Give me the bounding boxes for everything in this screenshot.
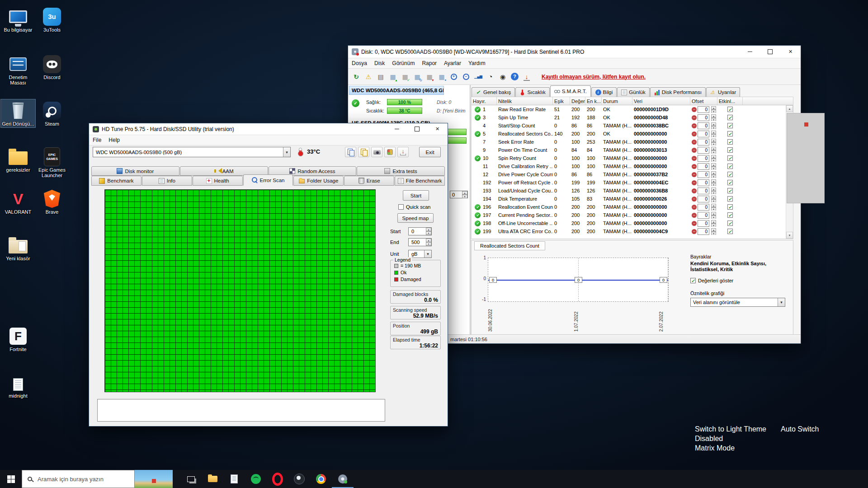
refresh-icon[interactable] xyxy=(351,71,362,82)
offset-value-box[interactable]: 0 xyxy=(698,114,709,121)
hdtune-titlebar[interactable]: HD Tune Pro 5.75 - Hard Disk/SSD Utility… xyxy=(89,123,448,135)
tab-info[interactable]: Bilgi xyxy=(591,87,617,97)
column-header[interactable]: En k... xyxy=(585,97,602,105)
show-values-checkbox[interactable] xyxy=(690,278,696,283)
close-button[interactable] xyxy=(427,123,448,135)
folder[interactable]: gereksizler xyxy=(1,145,35,174)
smart-attribute-row[interactable]: 4 Start/Stop Count 0 86 86 TAMAM (H... 0… xyxy=(472,122,793,130)
auto-switch-text[interactable]: Auto Switch xyxy=(781,425,819,433)
end-field[interactable]: 500 xyxy=(408,238,432,246)
smart-attribute-row[interactable]: 5 Reallocated Sectors Co... 140 200 200 … xyxy=(472,130,793,138)
offset-decrease-icon[interactable] xyxy=(692,188,697,193)
tab-disk-monitor[interactable]: Disk monitor xyxy=(91,166,179,176)
speed-map-button[interactable]: Speed map xyxy=(397,213,434,223)
tab-folder-usage[interactable]: Folder Usage xyxy=(293,176,344,186)
smart-attribute-row[interactable]: 192 Power off Retract Cycle ... 0 199 19… xyxy=(472,178,793,187)
disk-eject-icon[interactable] xyxy=(424,71,435,82)
offset-decrease-icon[interactable] xyxy=(692,229,697,234)
column-header[interactable]: Nitelik xyxy=(497,97,553,105)
offset-spinner[interactable] xyxy=(711,212,716,219)
help-icon[interactable] xyxy=(511,73,519,80)
column-header[interactable]: Durum xyxy=(602,97,632,105)
tab-log[interactable]: Günlük xyxy=(617,87,649,97)
start-scan-button[interactable]: Start xyxy=(403,190,429,201)
copy-icon[interactable] xyxy=(345,147,356,157)
smart-attribute-row[interactable]: 198 Off-Line Uncorrectable ... 0 200 200… xyxy=(472,219,793,227)
enabled-checkbox[interactable] xyxy=(727,115,733,120)
valorant[interactable]: VALORANT xyxy=(1,188,35,216)
offset-decrease-icon[interactable] xyxy=(692,123,697,128)
control-panel[interactable]: Denetim Masası xyxy=(1,53,35,86)
scroll-down-icon[interactable] xyxy=(786,232,793,239)
recycle-bin[interactable]: Geri Dönüşü... xyxy=(1,99,35,127)
offset-value-box[interactable]: 0 xyxy=(698,179,709,186)
search-box[interactable]: Aramak için buraya yazın xyxy=(22,470,135,488)
enabled-checkbox[interactable] xyxy=(727,155,733,161)
enabled-checkbox[interactable] xyxy=(727,229,733,234)
switch-theme-text[interactable]: Switch to Light Theme xyxy=(695,425,766,433)
save-icon[interactable] xyxy=(397,147,409,157)
tab-error-scan[interactable]: Error Scan xyxy=(243,174,293,186)
tab-smart[interactable]: S.M.A.R.T. xyxy=(550,85,591,97)
smart-attribute-row[interactable]: 7 Seek Error Rate 0 100 253 TAMAM (H... … xyxy=(472,138,793,146)
menu-item[interactable]: Yardım xyxy=(465,58,489,68)
brave[interactable]: Brave xyxy=(35,188,69,216)
offset-spinner[interactable] xyxy=(711,220,716,227)
offset-decrease-icon[interactable] xyxy=(692,140,697,145)
smart-attribute-row[interactable]: 11 Drive Calibration Retry ... 0 100 100… xyxy=(472,162,793,170)
data-view-select[interactable]: Veri alanını görüntüle xyxy=(690,298,785,307)
tab-alerts[interactable]: Uyarılar xyxy=(706,87,740,97)
offset-decrease-icon[interactable] xyxy=(692,172,697,177)
enabled-checkbox[interactable] xyxy=(727,123,733,128)
tab-file-benchmark[interactable]: File Benchmark xyxy=(395,176,445,186)
offset-decrease-icon[interactable] xyxy=(692,221,697,226)
discord[interactable]: Discord xyxy=(35,53,69,81)
offset-spinner[interactable] xyxy=(711,179,716,186)
offset-value-box[interactable]: 0 xyxy=(698,171,709,178)
download-icon[interactable] xyxy=(521,71,532,82)
panel-value-box[interactable]: 0 xyxy=(450,191,468,198)
offset-decrease-icon[interactable] xyxy=(692,164,697,169)
fortnite[interactable]: Fortnite xyxy=(1,325,35,353)
enabled-checkbox[interactable] xyxy=(727,107,733,112)
offset-spinner[interactable] xyxy=(711,155,716,162)
column-header[interactable]: Hayır. xyxy=(472,97,497,105)
table-scrollbar[interactable] xyxy=(786,105,793,239)
hdsentinel-icon[interactable] xyxy=(332,470,354,488)
menu-item[interactable]: File xyxy=(89,135,105,145)
offset-value-box[interactable]: 0 xyxy=(698,155,709,162)
spinner[interactable] xyxy=(462,191,467,198)
offset-value-box[interactable]: 0 xyxy=(698,139,709,145)
chevron-down-icon[interactable] xyxy=(778,298,785,306)
show-values-row[interactable]: Değerleri göster xyxy=(690,278,791,283)
offset-decrease-icon[interactable] xyxy=(692,180,697,185)
disk-check-icon[interactable] xyxy=(400,71,410,82)
usb-icon[interactable] xyxy=(436,71,447,82)
spinner[interactable] xyxy=(426,239,431,246)
smart-attribute-row[interactable]: 194 Disk Temperature 0 105 83 TAMAM (H..… xyxy=(472,195,793,203)
zoom-in-icon[interactable] xyxy=(448,71,459,82)
enabled-checkbox[interactable] xyxy=(727,221,733,226)
maximize-button[interactable] xyxy=(407,123,427,135)
enabled-checkbox[interactable] xyxy=(727,212,733,218)
offset-decrease-icon[interactable] xyxy=(692,131,697,136)
quick-scan-row[interactable]: Quick scan xyxy=(398,204,430,210)
pinned-thumbnail[interactable] xyxy=(135,470,173,488)
offset-decrease-icon[interactable] xyxy=(692,205,697,210)
enabled-checkbox[interactable] xyxy=(727,172,733,177)
offset-decrease-icon[interactable] xyxy=(692,115,697,120)
enabled-checkbox[interactable] xyxy=(727,164,733,169)
obs-icon[interactable] xyxy=(288,470,310,488)
smart-attribute-row[interactable]: 199 Ultra ATA CRC Error Co... 0 200 200 … xyxy=(472,227,793,235)
camera-icon[interactable] xyxy=(371,147,382,157)
offset-decrease-icon[interactable] xyxy=(692,156,697,161)
menu-item[interactable]: Help xyxy=(105,135,123,145)
opera-icon[interactable] xyxy=(267,470,288,488)
offset-spinner[interactable] xyxy=(711,131,716,137)
zoom-out-icon[interactable] xyxy=(461,71,472,82)
midnight[interactable]: midnight xyxy=(1,371,35,399)
close-button[interactable] xyxy=(780,46,801,58)
chrome-icon[interactable] xyxy=(310,470,332,488)
disk-sync-icon[interactable] xyxy=(412,71,423,82)
offset-spinner[interactable] xyxy=(711,147,716,154)
